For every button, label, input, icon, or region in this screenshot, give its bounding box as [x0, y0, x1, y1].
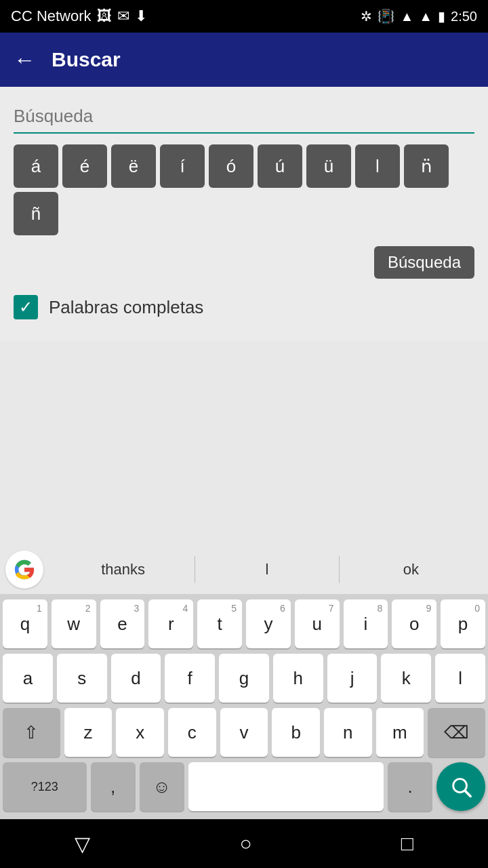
char-e-diaeresis[interactable]: ë: [111, 144, 156, 188]
status-bar: CC Network 🖼 ✉ ⬇ ✲ 📳 ▲ ▲ ▮ 2:50: [0, 0, 488, 33]
search-input-wrapper: [14, 103, 474, 134]
key-j[interactable]: j: [327, 654, 378, 703]
app-bar-title: Buscar: [52, 48, 121, 71]
key-n[interactable]: n: [324, 708, 372, 757]
key-row-4: ?123 , ☺ .: [3, 762, 485, 811]
signal-icon: ▲: [419, 9, 432, 24]
suggestion-l[interactable]: l: [195, 561, 338, 578]
tooltip-box: Búsqueda: [374, 246, 474, 279]
key-c[interactable]: c: [168, 708, 216, 757]
special-chars-row: á é ë í ó ú ü l n̈ ñ: [14, 144, 474, 235]
key-q[interactable]: 1q: [3, 599, 47, 648]
key-i[interactable]: 8i: [344, 599, 388, 648]
key-o[interactable]: 9o: [392, 599, 436, 648]
key-f[interactable]: f: [165, 654, 215, 703]
key-m[interactable]: m: [376, 708, 424, 757]
bluetooth-icon: ✲: [361, 8, 372, 24]
nav-back-button[interactable]: ▽: [75, 832, 90, 856]
key-l[interactable]: l: [435, 654, 485, 703]
char-i-acute[interactable]: í: [160, 144, 205, 188]
char-l-bar[interactable]: l: [355, 144, 400, 188]
google-logo: [5, 551, 43, 589]
key-row-2: a s d f g h j k l: [3, 654, 485, 703]
status-right: ✲ 📳 ▲ ▲ ▮ 2:50: [361, 8, 477, 24]
key-h[interactable]: h: [273, 654, 323, 703]
space-key[interactable]: [188, 762, 384, 811]
comma-key[interactable]: ,: [91, 762, 136, 811]
carrier-text: CC Network: [11, 7, 92, 25]
key-p[interactable]: 0p: [441, 599, 485, 648]
download-icon: ⬇: [135, 7, 147, 25]
search-input[interactable]: [14, 103, 474, 132]
key-d[interactable]: d: [111, 654, 161, 703]
time-text: 2:50: [451, 9, 477, 24]
key-g[interactable]: g: [219, 654, 269, 703]
key-u[interactable]: 7u: [295, 599, 340, 648]
symbols-key[interactable]: ?123: [3, 762, 87, 811]
nav-recent-button[interactable]: □: [401, 832, 413, 855]
search-area: á é ë í ó ú ü l n̈ ñ Búsqueda ✓ Palabras…: [0, 87, 488, 341]
nav-bar: ▽ ○ □: [0, 819, 488, 868]
vibrate-icon: 📳: [378, 8, 394, 24]
char-n-diaeresis[interactable]: n̈: [404, 144, 449, 188]
suggestion-bar: thanks l ok: [0, 545, 488, 594]
suggestion-thanks[interactable]: thanks: [52, 561, 195, 578]
period-key[interactable]: .: [388, 762, 432, 811]
shift-key[interactable]: ⇧: [3, 708, 60, 757]
key-row-1: 1q 2w 3e 4r 5t 6y 7u 8i 9o 0p: [3, 599, 485, 648]
key-v[interactable]: v: [220, 708, 268, 757]
key-e[interactable]: 3e: [100, 599, 145, 648]
suggestion-ok[interactable]: ok: [340, 561, 483, 578]
tooltip-area: Búsqueda: [14, 246, 474, 279]
key-a[interactable]: a: [3, 654, 53, 703]
status-left: CC Network 🖼 ✉ ⬇: [11, 7, 147, 25]
char-u-diaeresis[interactable]: ü: [306, 144, 351, 188]
char-u-acute[interactable]: ú: [258, 144, 302, 188]
mail-icon: ✉: [117, 7, 129, 25]
palabras-completas-label: Palabras completas: [49, 297, 203, 318]
char-o-acute[interactable]: ó: [209, 144, 253, 188]
checkbox-row: ✓ Palabras completas: [14, 287, 474, 333]
nav-home-button[interactable]: ○: [239, 832, 251, 855]
checkmark-icon: ✓: [19, 298, 33, 317]
key-t[interactable]: 5t: [197, 599, 242, 648]
keyboard-area: thanks l ok 1q 2w 3e 4r 5t 6y 7u 8i 9o 0…: [0, 545, 488, 819]
char-e-acute[interactable]: é: [62, 144, 107, 188]
notification-icon: 🖼: [97, 7, 112, 25]
key-b[interactable]: b: [272, 708, 320, 757]
char-a-acute[interactable]: á: [14, 144, 58, 188]
back-button[interactable]: ←: [14, 47, 35, 73]
keyboard-rows: 1q 2w 3e 4r 5t 6y 7u 8i 9o 0p a s d f g …: [0, 594, 488, 819]
palabras-completas-checkbox[interactable]: ✓: [14, 295, 38, 319]
battery-icon: ▮: [438, 8, 445, 24]
search-button[interactable]: [436, 762, 485, 811]
app-bar: ← Buscar: [0, 33, 488, 87]
svg-line-1: [465, 791, 470, 796]
key-s[interactable]: s: [57, 654, 107, 703]
key-w[interactable]: 2w: [52, 599, 96, 648]
key-y[interactable]: 6y: [246, 599, 291, 648]
backspace-key[interactable]: ⌫: [428, 708, 485, 757]
key-x[interactable]: x: [116, 708, 164, 757]
char-n-tilde[interactable]: ñ: [14, 192, 58, 235]
key-k[interactable]: k: [381, 654, 431, 703]
wifi-icon: ▲: [400, 9, 413, 24]
key-z[interactable]: z: [64, 708, 113, 757]
key-r[interactable]: 4r: [148, 599, 193, 648]
key-row-3: ⇧ z x c v b n m ⌫: [3, 708, 485, 757]
emoji-key[interactable]: ☺: [140, 762, 184, 811]
